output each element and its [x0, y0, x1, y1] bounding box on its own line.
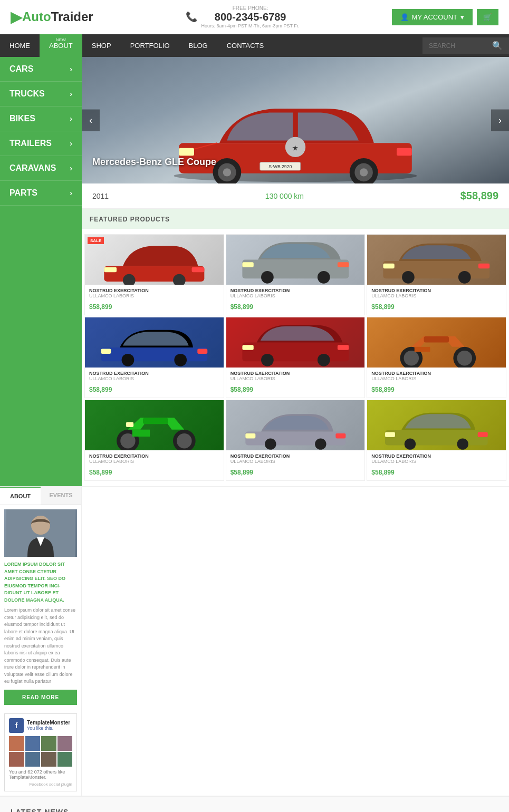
logo-text: AutoTraider [22, 9, 93, 24]
about-person-img [4, 509, 77, 557]
about-content: LOREM IPSUM DOLOR SIT AMET CONSE CTETUR … [0, 505, 81, 709]
sidebar-item-parts[interactable]: PARTS › [0, 181, 82, 206]
svg-rect-53 [245, 433, 255, 439]
logo-auto: Auto [22, 9, 51, 24]
prod-img-svg-7 [85, 400, 224, 450]
tab-about[interactable]: ABOUT [0, 487, 41, 505]
sidebar-label-cars: CARS [9, 64, 33, 74]
sidebar-item-cars[interactable]: CARS › [0, 57, 82, 82]
fb-photo-5 [9, 752, 24, 767]
svg-rect-50 [245, 431, 345, 445]
svg-point-47 [177, 433, 192, 449]
sidebar-item-trucks[interactable]: TRUCKS › [0, 82, 82, 107]
product-card-3: NOSTRUD EXERCITATION ULLAMCO LABORIS $58… [367, 234, 506, 315]
product-card-5: NOSTRUD EXERCITATION ULLAMCO LABORIS $58… [226, 317, 366, 398]
product-image-4 [85, 317, 224, 368]
user-icon: 👤 [400, 13, 409, 21]
svg-rect-14 [104, 266, 204, 282]
hero-car-svg: ★ S-WB 2920 [103, 82, 488, 183]
fb-page-name: TemplateMonster [27, 720, 70, 726]
product-image-6 [367, 317, 506, 368]
fb-photo-7 [41, 752, 56, 767]
product-info-2: NOSTRUD EXERCITATION ULLAMCO LABORIS [226, 285, 365, 302]
prod-img-svg-1 [85, 235, 224, 285]
hero-mileage: 130 000 km [265, 192, 304, 200]
svg-rect-54 [335, 433, 345, 439]
product-price-6: $58,899 [367, 384, 506, 398]
product-price-4: $58,899 [85, 384, 224, 398]
svg-point-61 [31, 516, 50, 535]
product-info-8: NOSTRUD EXERCITATION ULLAMCO LABORIS [226, 450, 365, 467]
product-image-2 [226, 235, 365, 285]
search-icon[interactable]: 🔍 [492, 41, 503, 51]
products-grid: SALE NOSTRUD EXERCITATION ULLAMCO LABORI… [82, 234, 509, 481]
svg-text:S-WB 2920: S-WB 2920 [268, 164, 292, 169]
search-input[interactable] [429, 42, 492, 50]
fb-like-btn[interactable]: You like this. [27, 726, 70, 731]
svg-rect-12 [179, 148, 194, 156]
about-highlight-text: LOREM IPSUM DOLOR SIT AMET CONSE CTETUR … [4, 561, 77, 604]
nav-item-home[interactable]: HOME [0, 34, 40, 57]
phone-icon: 📞 [186, 11, 197, 23]
product-price-5: $58,899 [226, 384, 365, 398]
fb-photo-2 [25, 736, 41, 751]
prod-img-svg-4 [85, 317, 224, 368]
cart-button[interactable]: 🛒 [477, 9, 498, 25]
sidebar-label-bikes: BIKES [9, 114, 35, 123]
nav-item-portfolio[interactable]: PORTFOLIO [121, 34, 179, 57]
fb-logo: f [9, 718, 24, 733]
secondary-content: ABOUT EVENTS LOREM IPSUM DOLOR SIT AMET … [0, 486, 509, 796]
svg-rect-33 [197, 349, 207, 354]
product-name-7: NOSTRUD EXERCITATION [89, 453, 219, 459]
featured-title: FEATURED PRODUCTS [90, 216, 170, 223]
logo[interactable]: ▶ AutoTraider [11, 8, 93, 26]
svg-point-26 [458, 271, 471, 284]
main-content: CARS › TRUCKS › BIKES › TRAILERS › CARAV… [0, 57, 509, 486]
svg-rect-43 [424, 336, 449, 343]
nav-item-shop[interactable]: SHOP [82, 34, 121, 57]
prod-img-svg-8 [226, 400, 365, 450]
sidebar-label-trucks: TRUCKS [9, 89, 45, 99]
product-sub-3: ULLAMCO LABORIS [371, 293, 502, 298]
product-sub-6: ULLAMCO LABORIS [371, 376, 502, 381]
svg-point-42 [457, 351, 473, 366]
product-info-1: NOSTRUD EXERCITATION ULLAMCO LABORIS [85, 285, 224, 302]
prod-img-svg-5 [226, 317, 365, 368]
svg-point-20 [261, 271, 274, 284]
product-image-3 [367, 235, 506, 285]
hero-prev-button[interactable]: ‹ [82, 110, 100, 131]
header-actions: 👤 MY ACCOUNT ▾ 🛒 [392, 9, 498, 25]
product-image-5 [226, 317, 365, 368]
my-account-label: MY ACCOUNT [412, 13, 457, 21]
product-sub-8: ULLAMCO LABORIS [231, 459, 361, 464]
hero-image: ★ S-WB 2920 ‹ › Mercedes-Benz GLE Coupe [82, 57, 509, 183]
product-price-7: $58,899 [85, 467, 224, 480]
svg-rect-28 [478, 264, 489, 269]
prod-img-svg-6 [367, 317, 506, 368]
dropdown-icon: ▾ [460, 13, 464, 21]
product-info-4: NOSTRUD EXERCITATION ULLAMCO LABORIS [85, 368, 224, 384]
sidebar-item-caravans[interactable]: CARAVANS › [0, 156, 82, 181]
person-svg [4, 509, 77, 557]
product-card-6: NOSTRUD EXERCITATION ULLAMCO LABORIS $58… [367, 317, 506, 398]
nav-item-contacts[interactable]: CONTACTS [217, 34, 274, 57]
product-price-3: $58,899 [367, 302, 506, 315]
svg-point-40 [404, 351, 419, 366]
my-account-button[interactable]: 👤 MY ACCOUNT ▾ [392, 9, 473, 25]
sidebar-item-trailers[interactable]: TRAILERS › [0, 131, 82, 156]
nav-item-blog[interactable]: BLOG [179, 34, 217, 57]
svg-rect-34 [242, 343, 349, 362]
sidebar-item-bikes[interactable]: BIKES › [0, 107, 82, 131]
svg-rect-59 [478, 432, 488, 438]
svg-rect-29 [101, 347, 207, 361]
product-name-1: NOSTRUD EXERCITATION [89, 288, 219, 293]
product-price-8: $58,899 [226, 467, 365, 480]
svg-point-7 [360, 168, 368, 176]
nav-item-about[interactable]: ABOUT NEW [40, 34, 82, 57]
read-more-button[interactable]: reAd MorE [4, 690, 77, 705]
svg-rect-24 [383, 261, 490, 278]
svg-point-31 [174, 354, 187, 366]
product-sub-2: ULLAMCO LABORIS [231, 293, 361, 298]
hero-next-button[interactable]: › [491, 110, 509, 131]
tab-events[interactable]: EVENTS [41, 487, 81, 505]
